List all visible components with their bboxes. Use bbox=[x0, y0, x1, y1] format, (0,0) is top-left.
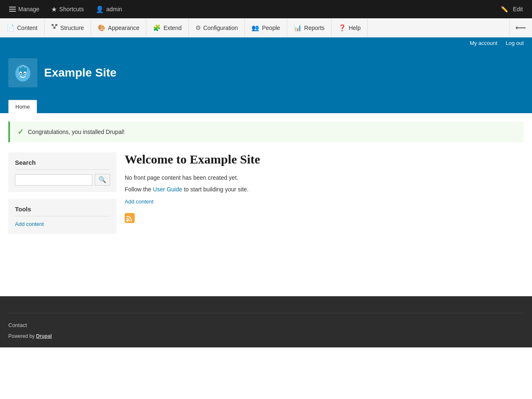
menu-item-content[interactable]: 📄 Content bbox=[0, 18, 44, 37]
menu-extend-label: Extend bbox=[163, 25, 182, 31]
menu-item-people[interactable]: 👥 People bbox=[245, 18, 287, 37]
success-text: Congratulations, you installed Drupal! bbox=[28, 129, 125, 135]
menu-configuration-label: Configuration bbox=[203, 25, 238, 31]
svg-rect-12 bbox=[125, 213, 135, 223]
rss-icon[interactable] bbox=[125, 213, 135, 223]
shortcuts-button[interactable]: ★ Shortcuts bbox=[46, 3, 89, 16]
people-icon: 👥 bbox=[251, 24, 259, 32]
powered-by-text: Powered by bbox=[8, 333, 36, 339]
my-account-link[interactable]: My account bbox=[470, 40, 497, 49]
menu-people-label: People bbox=[262, 25, 280, 31]
search-button[interactable]: 🔍 bbox=[95, 174, 110, 186]
help-icon: ❓ bbox=[338, 24, 346, 32]
search-form: 🔍 bbox=[15, 174, 110, 186]
menu-item-configuration[interactable]: ⚙ Configuration bbox=[189, 18, 245, 37]
article-title: Welcome to Example Site bbox=[125, 152, 524, 166]
menu-content-label: Content bbox=[17, 25, 37, 31]
main-add-content-link[interactable]: Add content bbox=[125, 198, 524, 206]
admin-label: admin bbox=[106, 6, 122, 12]
logout-link[interactable]: Log out bbox=[506, 40, 524, 49]
search-block: Search 🔍 bbox=[8, 152, 116, 192]
site-logo bbox=[8, 58, 37, 87]
body-line2: Follow the User Guide to start building … bbox=[125, 185, 524, 194]
configuration-icon: ⚙ bbox=[195, 24, 201, 32]
menu-item-help[interactable]: ❓ Help bbox=[332, 18, 368, 37]
rss-icon-wrapper bbox=[125, 213, 524, 226]
edit-button[interactable]: ✏️ Edit bbox=[496, 3, 528, 15]
drupal-link[interactable]: Drupal bbox=[36, 333, 52, 339]
menu-item-appearance[interactable]: 🎨 Appearance bbox=[91, 18, 147, 37]
menu-item-extend[interactable]: 🧩 Extend bbox=[146, 18, 189, 37]
menu-item-structure[interactable]: Structure bbox=[44, 18, 91, 37]
body-line1: No front page content has been created y… bbox=[125, 173, 524, 182]
svg-rect-1 bbox=[55, 24, 57, 26]
footer-divider bbox=[8, 313, 524, 313]
main-article: Welcome to Example Site No front page co… bbox=[125, 152, 524, 226]
reports-icon: 📊 bbox=[294, 24, 302, 32]
user-icon: 👤 bbox=[96, 5, 104, 13]
admin-user-button[interactable]: 👤 admin bbox=[91, 3, 127, 16]
star-icon: ★ bbox=[51, 5, 57, 13]
manage-label: Manage bbox=[18, 6, 39, 12]
footer: Contact Powered by Drupal bbox=[0, 296, 532, 347]
article-body: No front page content has been created y… bbox=[125, 173, 524, 226]
content-icon: 📄 bbox=[7, 24, 15, 32]
menu-appearance-label: Appearance bbox=[108, 25, 140, 31]
search-input[interactable] bbox=[15, 174, 92, 186]
footer-links: Contact bbox=[8, 322, 524, 328]
menu-bar: 📄 Content Structure 🎨 Appearance 🧩 Exten… bbox=[0, 18, 532, 37]
menu-help-label: Help bbox=[349, 25, 361, 31]
body-line2-after: to start building your site. bbox=[182, 186, 249, 193]
menu-reports-label: Reports bbox=[304, 25, 325, 31]
menu-structure-label: Structure bbox=[60, 25, 84, 31]
manage-button[interactable]: Manage bbox=[4, 3, 44, 15]
hamburger-icon bbox=[9, 7, 16, 12]
body-line2-before: Follow the bbox=[125, 186, 153, 193]
main-content: ✓ Congratulations, you installed Drupal!… bbox=[0, 113, 532, 280]
svg-rect-2 bbox=[54, 27, 56, 29]
svg-point-10 bbox=[20, 73, 22, 74]
footer-powered: Powered by Drupal bbox=[8, 333, 524, 339]
structure-icon bbox=[51, 24, 58, 32]
menu-toggle-button[interactable]: ⟵ bbox=[510, 18, 532, 37]
site-title: Example Site bbox=[44, 66, 116, 79]
shortcuts-label: Shortcuts bbox=[59, 6, 84, 12]
search-block-title: Search bbox=[15, 159, 110, 170]
menu-item-reports[interactable]: 📊 Reports bbox=[287, 18, 332, 37]
contact-link[interactable]: Contact bbox=[8, 322, 27, 328]
search-icon: 🔍 bbox=[99, 176, 106, 183]
svg-rect-0 bbox=[52, 24, 54, 26]
svg-line-4 bbox=[54, 26, 57, 27]
admin-toolbar: Manage ★ Shortcuts 👤 admin ✏️ Edit bbox=[0, 0, 532, 18]
edit-label: Edit bbox=[513, 6, 523, 12]
appearance-icon: 🎨 bbox=[98, 24, 106, 32]
pencil-icon: ✏️ bbox=[501, 6, 508, 12]
nav-home[interactable]: Home bbox=[8, 100, 37, 113]
content-layout: Search 🔍 Tools Add content Welcome to Ex… bbox=[8, 152, 524, 240]
secondary-nav: My account Log out bbox=[0, 37, 532, 50]
extend-icon: 🧩 bbox=[153, 24, 161, 32]
druplicon-icon bbox=[12, 62, 34, 84]
tools-block: Tools Add content bbox=[8, 199, 116, 234]
menu-bar-right: ⟵ bbox=[509, 18, 532, 37]
checkmark-icon: ✓ bbox=[17, 127, 24, 136]
admin-toolbar-left: Manage ★ Shortcuts 👤 admin bbox=[4, 3, 127, 16]
site-header: Example Site bbox=[0, 50, 532, 100]
tools-add-content-link[interactable]: Add content bbox=[15, 221, 44, 227]
svg-line-3 bbox=[53, 26, 55, 27]
svg-point-13 bbox=[126, 219, 128, 221]
tools-block-title: Tools bbox=[15, 206, 110, 216]
user-guide-link[interactable]: User Guide bbox=[153, 186, 182, 193]
success-message: ✓ Congratulations, you installed Drupal! bbox=[8, 121, 524, 142]
svg-point-11 bbox=[24, 73, 26, 74]
primary-nav: Home bbox=[0, 100, 532, 113]
sidebar: Search 🔍 Tools Add content bbox=[8, 152, 116, 240]
